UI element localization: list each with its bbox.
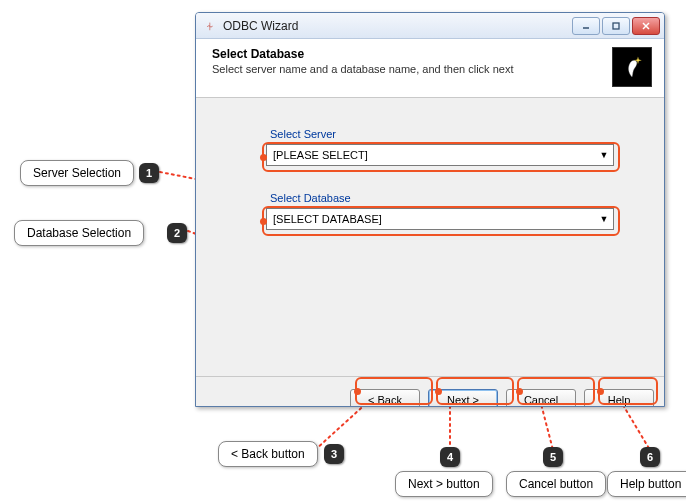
callout-help-button: Help button [607, 471, 686, 497]
annotation-dot [354, 388, 361, 395]
maximize-button[interactable] [602, 17, 630, 35]
window-controls [572, 17, 660, 35]
annotation-dot [260, 218, 267, 225]
server-field-block: Select Server [PLEASE SELECT] ▼ [266, 128, 634, 166]
callout-number-badge: 6 [640, 447, 660, 467]
callout-label: Database Selection [27, 226, 131, 240]
callout-number-badge: 5 [543, 447, 563, 467]
callout-number-badge: 1 [139, 163, 159, 183]
callout-label: Next > button [408, 477, 480, 491]
svg-line-5 [620, 400, 650, 450]
page-title: Select Database [212, 47, 612, 61]
app-icon: ⍭ [202, 18, 218, 34]
chevron-down-icon: ▼ [599, 150, 609, 160]
callout-number-badge: 2 [167, 223, 187, 243]
callout-database-selection: Database Selection [14, 220, 144, 246]
annotation-dot [516, 388, 523, 395]
server-select-value: [PLEASE SELECT] [273, 149, 599, 161]
annotation-dot [435, 388, 442, 395]
help-button-label: Help [608, 394, 631, 406]
svg-rect-7 [613, 23, 619, 29]
wizard-header: Select Database Select server name and a… [196, 39, 664, 98]
minimize-button[interactable] [572, 17, 600, 35]
database-label: Select Database [270, 192, 634, 204]
odbc-wizard-window: ⍭ ODBC Wizard Select Database Select ser… [195, 12, 665, 407]
callout-label: Server Selection [33, 166, 121, 180]
callout-next-button: Next > button [395, 471, 493, 497]
database-select-value: [SELECT DATABASE] [273, 213, 599, 225]
page-subtitle: Select server name and a database name, … [212, 63, 612, 75]
callout-label: Help button [620, 477, 681, 491]
wizard-body: Select Server [PLEASE SELECT] ▼ Select D… [196, 98, 664, 376]
svg-line-2 [315, 400, 370, 450]
callout-label: < Back button [231, 447, 305, 461]
callout-number-badge: 4 [440, 447, 460, 467]
wizard-footer: < Back Next > Cancel Help [196, 376, 664, 407]
window-title: ODBC Wizard [223, 19, 572, 33]
callout-cancel-button: Cancel button [506, 471, 606, 497]
wizard-icon [612, 47, 652, 87]
svg-line-4 [540, 400, 553, 450]
callout-server-selection: Server Selection [20, 160, 134, 186]
close-button[interactable] [632, 17, 660, 35]
annotation-dot [597, 388, 604, 395]
database-select[interactable]: [SELECT DATABASE] ▼ [266, 208, 614, 230]
callout-number-badge: 3 [324, 444, 344, 464]
callout-label: Cancel button [519, 477, 593, 491]
annotation-dot [260, 154, 267, 161]
cancel-button-label: Cancel [524, 394, 558, 406]
titlebar[interactable]: ⍭ ODBC Wizard [196, 13, 664, 39]
callout-back-button: < Back button [218, 441, 318, 467]
next-button-label: Next > [447, 394, 479, 406]
server-label: Select Server [270, 128, 634, 140]
database-field-block: Select Database [SELECT DATABASE] ▼ [266, 192, 634, 230]
help-button[interactable]: Help [584, 389, 654, 408]
server-select[interactable]: [PLEASE SELECT] ▼ [266, 144, 614, 166]
annotated-screenshot: ⍭ ODBC Wizard Select Database Select ser… [0, 0, 686, 501]
back-button-label: < Back [368, 394, 402, 406]
chevron-down-icon: ▼ [599, 214, 609, 224]
